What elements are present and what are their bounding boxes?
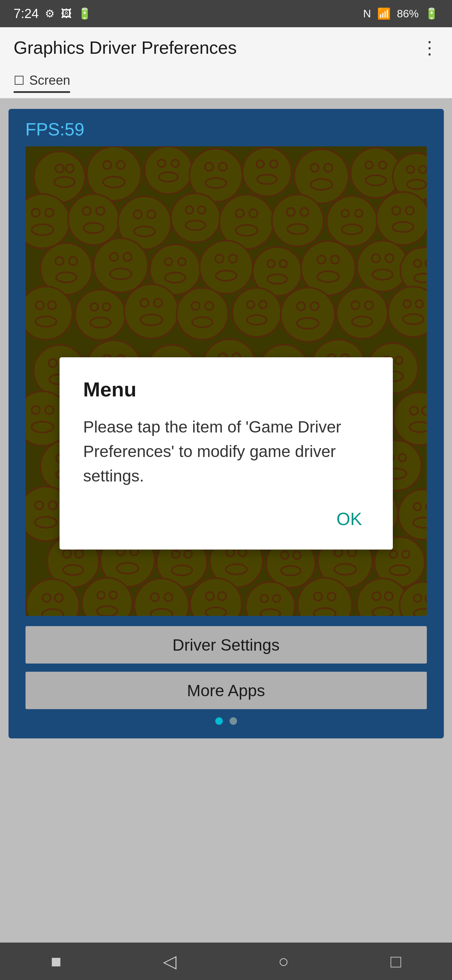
charge-icon: 🔋	[78, 7, 92, 20]
battery-icon: 🔋	[425, 7, 438, 20]
recents-icon[interactable]: □	[390, 951, 401, 972]
tab-screen[interactable]: ☐ Screen	[14, 73, 70, 93]
more-apps-button[interactable]: More Apps	[25, 672, 427, 709]
blue-card: FPS:59	[8, 109, 444, 738]
status-left: 7:24 ⚙ 🖼 🔋	[14, 6, 92, 21]
status-time: 7:24	[14, 6, 39, 21]
tab-screen-label: Screen	[29, 73, 70, 88]
page-dots	[25, 717, 427, 725]
photo-icon: 🖼	[61, 8, 72, 20]
app-title: Graphics Driver Preferences	[14, 37, 237, 58]
home-icon[interactable]: ○	[278, 951, 289, 972]
app-bar: Graphics Driver Preferences ⋮	[0, 27, 452, 68]
battery-percent: 86%	[397, 8, 419, 20]
back-icon[interactable]: ◁	[163, 951, 176, 972]
main-content: FPS:59	[0, 99, 452, 943]
overflow-menu-icon[interactable]: ⋮	[421, 37, 438, 58]
signal-icon: 📶	[377, 7, 391, 20]
dialog-ok-button[interactable]: OK	[330, 505, 369, 533]
fps-label: FPS:59	[25, 119, 427, 140]
status-bar: 7:24 ⚙ 🖼 🔋 N 📶 86% 🔋	[0, 0, 452, 27]
page-dot-2	[230, 717, 237, 725]
dialog-title: Menu	[83, 378, 369, 401]
status-right: N 📶 86% 🔋	[363, 7, 438, 20]
dialog-body: Please tap the item of 'Game Driver Pref…	[83, 415, 369, 488]
driver-settings-button[interactable]: Driver Settings	[25, 626, 427, 663]
buttons-row: Driver Settings More Apps	[25, 626, 427, 709]
smiley-canvas: Menu Please tap the item of 'Game Driver…	[25, 146, 427, 616]
page-dot-1	[215, 717, 223, 725]
settings-icon: ⚙	[45, 7, 55, 20]
dialog-overlay: Menu Please tap the item of 'Game Driver…	[25, 146, 427, 616]
nav-bar: ■ ◁ ○ □	[0, 943, 452, 980]
screen-tab-icon: ☐	[14, 73, 24, 88]
dialog-box: Menu Please tap the item of 'Game Driver…	[60, 357, 393, 550]
dialog-actions: OK	[83, 505, 369, 533]
nfc-icon: N	[363, 8, 371, 20]
stop-icon: ■	[51, 951, 61, 972]
tab-bar: ☐ Screen	[0, 68, 452, 99]
